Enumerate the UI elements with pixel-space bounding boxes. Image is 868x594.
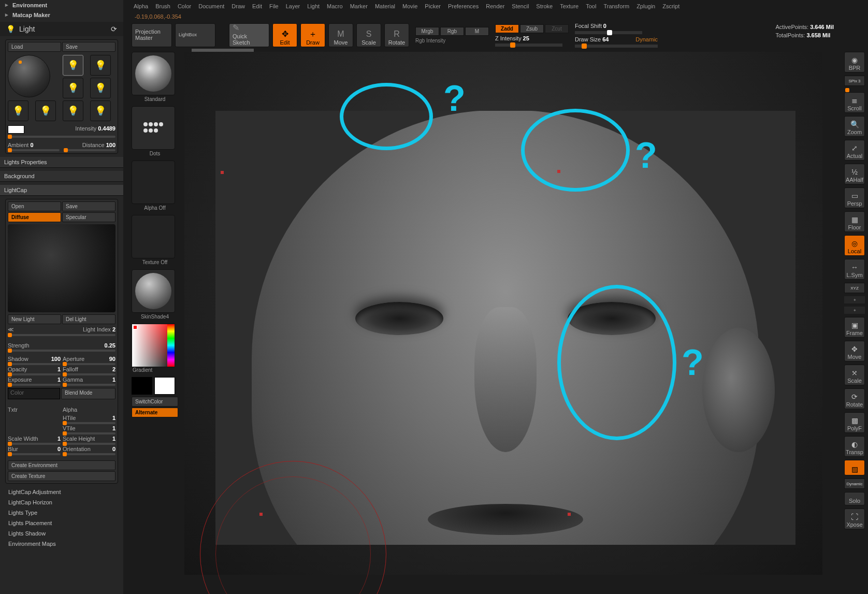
- menu-color[interactable]: Color: [178, 3, 191, 9]
- light-load-button[interactable]: Load: [8, 42, 61, 52]
- transpose-handle-2[interactable]: [557, 170, 560, 173]
- zsub-button[interactable]: Zsub: [520, 24, 544, 33]
- create-texture-button[interactable]: Create Texture: [8, 471, 115, 481]
- htile-slider[interactable]: [63, 422, 115, 424]
- light-slot-6[interactable]: 💡: [35, 100, 56, 121]
- palette-header-light[interactable]: 💡 Light ⟳: [0, 22, 123, 36]
- projection-master-button[interactable]: Projection Master: [132, 23, 172, 47]
- subhdr-background[interactable]: Background: [0, 171, 123, 182]
- lightcap-save-button[interactable]: Save: [62, 201, 115, 211]
- tree-lights-shadow[interactable]: Lights Shadow: [0, 528, 123, 539]
- menu-transform[interactable]: Transform: [603, 3, 629, 9]
- lsym-button[interactable]: ↔L.Sym: [844, 259, 865, 280]
- menu-draw[interactable]: Draw: [232, 3, 245, 9]
- alpha-thumb[interactable]: [132, 161, 175, 204]
- menu-marker[interactable]: Marker: [350, 3, 368, 9]
- canvas-area[interactable]: ? ? ?: [184, 52, 822, 575]
- tree-lights-type[interactable]: Lights Type: [0, 508, 123, 518]
- menu-document[interactable]: Document: [198, 3, 224, 9]
- ambient-slider[interactable]: [8, 149, 60, 151]
- texture-thumb[interactable]: [132, 215, 175, 258]
- axis-plus-2[interactable]: ✦: [844, 307, 865, 314]
- grad-black-swatch[interactable]: [132, 377, 152, 395]
- light-index-slider[interactable]: [8, 334, 115, 336]
- blur-slider[interactable]: [8, 453, 61, 455]
- floor-button[interactable]: ▦Floor: [844, 211, 865, 232]
- menu-zscript[interactable]: Zscript: [662, 3, 679, 9]
- draw-size-slider[interactable]: [575, 45, 658, 48]
- solo-button[interactable]: Solo: [844, 492, 865, 505]
- menu-macro[interactable]: Macro: [327, 3, 343, 9]
- light-slot-7[interactable]: 💡: [63, 100, 83, 121]
- m-button[interactable]: M: [465, 27, 489, 36]
- light-direction-sphere[interactable]: [8, 55, 50, 97]
- rotate-mode-button[interactable]: RRotate: [384, 23, 409, 47]
- del-light-button[interactable]: Del Light: [62, 314, 115, 324]
- refresh-icon[interactable]: ⟳: [111, 25, 117, 33]
- menu-tool[interactable]: Tool: [586, 3, 596, 9]
- menu-stencil[interactable]: Stencil: [512, 3, 529, 9]
- transpose-handle-4[interactable]: [568, 513, 571, 516]
- zcut-button[interactable]: Zcut: [545, 24, 569, 33]
- menu-zplugin[interactable]: Zplugin: [636, 3, 655, 9]
- tree-environment[interactable]: ▸Environment: [0, 0, 123, 10]
- opacity-slider[interactable]: [8, 373, 61, 375]
- transpose-handle-3[interactable]: [259, 513, 263, 516]
- spix-button[interactable]: SPix 3: [844, 76, 865, 86]
- zoom-button[interactable]: 🔍Zoom: [844, 116, 865, 137]
- persp-button[interactable]: ▭Persp: [844, 187, 865, 208]
- local-button[interactable]: ◎Local: [844, 235, 865, 256]
- tree-lightcap-horizon[interactable]: LightCap Horizon: [0, 497, 123, 508]
- color-picker[interactable]: [132, 324, 175, 367]
- stroke-thumb[interactable]: [132, 106, 175, 150]
- move-mode-button[interactable]: MMove: [328, 23, 353, 47]
- grad-white-swatch[interactable]: [154, 377, 175, 395]
- intensity-slider[interactable]: [8, 136, 115, 138]
- lightcap-preview-sphere[interactable]: [8, 224, 115, 312]
- axis-plus-1[interactable]: ✦: [844, 296, 865, 303]
- menu-preferences[interactable]: Preferences: [448, 3, 479, 9]
- light-save-button[interactable]: Save: [62, 42, 115, 52]
- blend-mode-button[interactable]: Blend Mode: [61, 388, 115, 399]
- scaleheight-slider[interactable]: [63, 443, 115, 445]
- tree-lights-placement[interactable]: Lights Placement: [0, 518, 123, 528]
- lightbox-button[interactable]: LightBox: [175, 23, 215, 47]
- quick-sketch-button[interactable]: ✎Quick Sketch: [229, 23, 269, 47]
- falloff-slider[interactable]: [63, 373, 115, 375]
- exposure-slider[interactable]: [8, 384, 61, 386]
- gamma-slider[interactable]: [63, 384, 115, 386]
- lightcap-color-input[interactable]: Color: [8, 388, 60, 399]
- draw-mode-button[interactable]: ＋Draw: [300, 23, 325, 47]
- frame-button[interactable]: ▣Frame: [844, 317, 865, 338]
- nav-rotate-button[interactable]: ⟳Rotate: [844, 388, 865, 409]
- material-thumb[interactable]: [132, 269, 175, 313]
- distance-slider[interactable]: [64, 149, 115, 151]
- ghost-button[interactable]: ▨: [844, 460, 865, 475]
- scale-mode-button[interactable]: SScale: [356, 23, 381, 47]
- light-slot-2[interactable]: 💡: [90, 55, 111, 76]
- switchcolor-button[interactable]: SwitchColor: [132, 397, 178, 407]
- focal-shift-slider[interactable]: [575, 31, 642, 34]
- mrgb-button[interactable]: Mrgb: [415, 27, 439, 36]
- light-slot-4[interactable]: 💡: [90, 78, 111, 98]
- menu-layer[interactable]: Layer: [286, 3, 300, 9]
- menu-movie[interactable]: Movie: [402, 3, 417, 9]
- light-slot-3[interactable]: 💡: [63, 78, 83, 98]
- tree-lightcap-adjust[interactable]: LightCap Adjustment: [0, 487, 123, 497]
- transp-button[interactable]: ◐Transp: [844, 436, 865, 457]
- hue-strip[interactable]: [167, 324, 175, 367]
- new-light-button[interactable]: New Light: [8, 314, 61, 324]
- xpose-button[interactable]: ⛶Xpose: [844, 509, 865, 529]
- strength-slider[interactable]: [8, 350, 115, 352]
- menu-stroke[interactable]: Stroke: [536, 3, 553, 9]
- menu-texture[interactable]: Texture: [560, 3, 578, 9]
- shadow-slider[interactable]: [8, 363, 61, 365]
- rgb-button[interactable]: Rgb: [440, 27, 464, 36]
- scroll-button[interactable]: ≣Scroll: [844, 92, 865, 113]
- menu-brush[interactable]: Brush: [155, 3, 170, 9]
- nav-move-button[interactable]: ✥Move: [844, 341, 865, 361]
- light-color-swatch[interactable]: [8, 125, 24, 134]
- subhdr-lights-properties[interactable]: Lights Properties: [0, 157, 123, 168]
- tree-env-maps[interactable]: Environment Maps: [0, 539, 123, 549]
- brush-thumb[interactable]: [132, 52, 175, 95]
